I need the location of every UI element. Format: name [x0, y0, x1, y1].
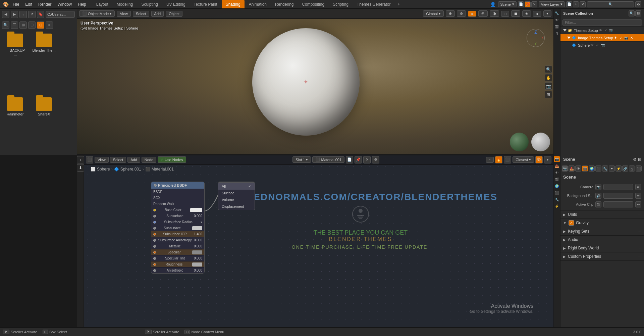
viewport-mode-btn[interactable]: ⬛ Object Mode ▾	[79, 10, 115, 17]
grid-view-btn[interactable]: ⊞	[19, 21, 27, 29]
specular-socket[interactable]	[153, 251, 156, 254]
tab-texture-paint[interactable]: Texture Paint	[190, 0, 221, 8]
tab-sculpting[interactable]: Sculpting	[138, 0, 162, 8]
roughness-socket[interactable]	[153, 263, 156, 266]
nav-bookmark-btn[interactable]: 🔖	[37, 11, 44, 18]
ne-interpolation-btn[interactable]: ↑	[486, 157, 494, 163]
breadcrumb-sphere001[interactable]: Sphere.001	[120, 167, 141, 172]
shading-dots-btn[interactable]: ●	[468, 11, 476, 17]
ne-settings-btn[interactable]: ⚙	[372, 156, 379, 163]
ne-slot-btn[interactable]: Slot 1 ▾	[292, 156, 311, 163]
tab-modeling[interactable]: Modeling	[113, 0, 137, 8]
blender-icon[interactable]: 🎨	[2, 1, 9, 8]
view-layer-selector[interactable]: View Layer ▾	[539, 1, 565, 7]
scene-close-icon[interactable]: ✕	[531, 1, 537, 7]
ne-view-btn[interactable]: View	[95, 157, 109, 163]
add-workspace-btn[interactable]: +	[395, 1, 403, 7]
viewport-object-btn[interactable]: Object	[166, 11, 182, 17]
menu-help[interactable]: Help	[75, 1, 89, 7]
outliner-search-input[interactable]	[562, 19, 642, 26]
prop-tab-constraints[interactable]: 🔗	[622, 165, 628, 172]
xray-btn[interactable]: ◑	[490, 10, 499, 17]
ne-extra-btn[interactable]: ▾	[544, 156, 551, 163]
camera-btn[interactable]: 📷	[545, 82, 552, 90]
vl-add-icon[interactable]: +	[573, 1, 579, 7]
ne-cycles-icon[interactable]: 🔥	[495, 156, 502, 163]
prop-tab-physics[interactable]: ⚡	[615, 165, 622, 172]
bsdf-output-socket[interactable]	[154, 184, 157, 187]
dropdown-surface[interactable]: Surface	[218, 190, 255, 196]
menu-window[interactable]: Window	[55, 1, 74, 7]
prop-tab-output[interactable]: 📤	[569, 165, 575, 172]
sphere-hide-icon[interactable]: ✓	[595, 43, 600, 48]
outliner-image-themes-setup[interactable]: 🔷 Image Themes Setup 👁 ✓ 📷 ✕	[560, 34, 644, 42]
active-clip-edit-btn[interactable]: ✏	[635, 201, 641, 207]
nav-forward-btn[interactable]: ▶	[11, 11, 18, 18]
viewport-compass[interactable]: Z X Y	[527, 29, 547, 49]
options-btn[interactable]: ≡	[46, 21, 53, 29]
active-clip-value[interactable]	[603, 201, 633, 207]
breadcrumb-material001[interactable]: Material.001	[152, 167, 174, 172]
props-icon-physics2[interactable]: ⚡	[554, 203, 560, 209]
solid-btn[interactable]: ◼	[511, 10, 520, 17]
prop-tab-particles[interactable]: ✦	[609, 165, 615, 172]
vl-browse-icon[interactable]: 📄	[566, 1, 572, 7]
tab-animation[interactable]: Animation	[245, 0, 271, 8]
principled-bsdf-node[interactable]: Principled BSDF BSDF SGX Random Walk Bas…	[151, 182, 205, 274]
ne-eevee-icon[interactable]: ⬛	[504, 156, 511, 163]
props-icon-output[interactable]: 📤	[554, 163, 560, 169]
nav-refresh-btn[interactable]: ↺	[28, 11, 36, 18]
ss-radius-expand[interactable]: ▾	[201, 221, 202, 224]
breadcrumb-sphere[interactable]: Sphere	[97, 167, 110, 172]
ne-use-nodes-btn[interactable]: ✓ Use Nodes	[158, 156, 186, 163]
bsdf-row-ss-aniso[interactable]: Subsurface Anisotropy 0.000	[151, 237, 204, 243]
themes-hide-icon[interactable]: ✓	[603, 28, 608, 33]
bsdf-row-base-color[interactable]: Base Color	[151, 207, 204, 213]
camera-value[interactable]	[603, 184, 633, 190]
folder-sharex[interactable]: ShareX	[32, 97, 56, 152]
custom-props-header[interactable]: ▶ Custom Properties ···	[560, 252, 644, 260]
sort-btn[interactable]: ⊟	[28, 21, 36, 29]
viewport-node-separator[interactable]	[77, 154, 553, 155]
dropdown-all[interactable]: All ✓	[218, 183, 255, 190]
anisotropic-socket[interactable]	[153, 269, 156, 272]
base-color-swatch[interactable]	[190, 208, 202, 212]
render-options-btn[interactable]: ▾	[543, 10, 551, 17]
ne-closest-btn[interactable]: Closest ▾	[513, 156, 534, 163]
wire-btn[interactable]: □	[501, 11, 509, 17]
folder-backup[interactable]: ==BACKUP ...	[3, 34, 27, 92]
prop-tab-view[interactable]: 👁	[575, 165, 581, 172]
ne-close-btn[interactable]: ✕	[363, 156, 371, 163]
ss2-socket[interactable]	[153, 227, 156, 230]
scene-props-filter-btn[interactable]: ⚙	[633, 157, 637, 162]
bsdf-row-roughness[interactable]: Roughness	[151, 261, 204, 267]
tab-layout[interactable]: Layout	[92, 0, 112, 8]
ne-material-btn[interactable]: ⬛ Material.001	[312, 156, 344, 163]
bg-sound-value[interactable]	[603, 193, 633, 199]
scene-browse-icon[interactable]: 📄	[518, 1, 524, 7]
nav-up-btn[interactable]: ↑	[19, 11, 27, 18]
specular-bar[interactable]	[192, 250, 202, 254]
props-icon-render[interactable]: 📷	[554, 156, 560, 162]
proportional-btn[interactable]: ⊙	[457, 10, 466, 17]
img-themes-view-icon[interactable]: 👁	[613, 36, 618, 40]
menu-render[interactable]: Render	[36, 1, 54, 7]
filter-active-btn[interactable]: ⊡	[37, 21, 44, 29]
rigid-body-header[interactable]: ▶ Rigid Body World ···	[560, 244, 644, 252]
ne-node-btn[interactable]: Node	[142, 157, 156, 163]
material-btn[interactable]: ◈	[522, 10, 531, 17]
base-color-socket[interactable]	[153, 209, 156, 211]
ortho-btn[interactable]: ⊞	[545, 91, 552, 98]
bsdf-row-specular[interactable]: Specular	[151, 249, 204, 255]
vl-close-icon[interactable]: ✕	[580, 1, 586, 7]
bsdf-row-specular-tint[interactable]: Specular Tint 0.000	[151, 255, 204, 261]
path-input[interactable]: C:\Users\...	[46, 11, 75, 18]
prop-tab-object[interactable]: ⬛	[595, 165, 601, 172]
prop-tab-world[interactable]: 🌍	[589, 165, 595, 172]
tab-compositing[interactable]: Compositing	[298, 0, 328, 8]
specular-tint-socket[interactable]	[153, 257, 156, 260]
ss-radius-socket[interactable]	[153, 221, 156, 224]
filter-icon[interactable]: ⚙	[635, 1, 641, 7]
roughness-bar[interactable]	[192, 262, 202, 267]
ss2-bar[interactable]	[192, 226, 202, 230]
